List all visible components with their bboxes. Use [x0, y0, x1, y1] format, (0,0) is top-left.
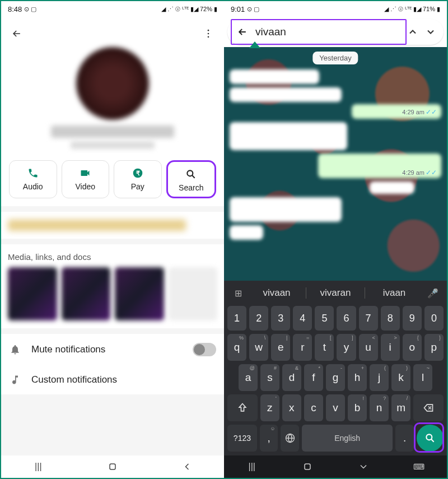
key-u[interactable]: u<: [359, 334, 378, 361]
search-label: Search: [179, 183, 203, 192]
media-title: Media, links, and docs: [8, 252, 217, 262]
mute-toggle[interactable]: [193, 343, 216, 356]
period-key[interactable]: .: [395, 425, 414, 452]
key-8[interactable]: 8: [381, 306, 400, 331]
key-2[interactable]: 2: [249, 306, 268, 331]
video-label: Video: [75, 182, 95, 191]
search-prev-button[interactable]: [404, 24, 421, 40]
home-button[interactable]: [96, 461, 129, 472]
recents-button[interactable]: |||: [21, 462, 55, 472]
mic-icon[interactable]: 🎤: [423, 288, 442, 299]
key-w[interactable]: w\: [249, 334, 268, 361]
key-h[interactable]: h+: [348, 364, 367, 391]
svg-rect-6: [110, 464, 115, 469]
home-button[interactable]: [291, 461, 324, 472]
spacebar[interactable]: English: [302, 425, 393, 452]
key-l[interactable]: l~: [413, 364, 432, 391]
key-i[interactable]: i>: [381, 334, 400, 361]
custom-notifications-row[interactable]: Custom notifications: [1, 365, 224, 394]
keyboard-switch-button[interactable]: ⌨: [402, 462, 436, 471]
key-4[interactable]: 4: [293, 306, 312, 331]
key-c[interactable]: c: [304, 394, 323, 421]
key-z[interactable]: z': [260, 394, 279, 421]
key-f[interactable]: f*: [304, 364, 323, 391]
incoming-message[interactable]: [230, 122, 347, 150]
key-d[interactable]: d&: [282, 364, 301, 391]
overflow-menu-button[interactable]: [198, 24, 218, 44]
key-e[interactable]: e|: [271, 334, 290, 361]
key-g[interactable]: g-: [326, 364, 345, 391]
key-b[interactable]: b!: [348, 394, 367, 421]
video-call-button[interactable]: Video: [62, 160, 110, 198]
key-s[interactable]: s#: [260, 364, 279, 391]
back-button[interactable]: [7, 24, 27, 44]
tutorial-arrow-icon: [249, 41, 260, 48]
pay-label: Pay: [131, 182, 144, 191]
status-notif-icons: ⊙ ▢: [24, 6, 36, 13]
key-n[interactable]: n?: [370, 394, 389, 421]
media-section[interactable]: Media, links, and docs: [1, 244, 224, 328]
search-enter-key[interactable]: [417, 425, 444, 452]
about-section[interactable]: [1, 212, 224, 239]
comma-key[interactable]: ,☺: [260, 425, 278, 452]
mute-notifications-row[interactable]: Mute notifications: [1, 334, 224, 365]
search-input[interactable]: [255, 26, 403, 38]
incoming-message[interactable]: [230, 225, 263, 240]
incoming-message[interactable]: [230, 87, 342, 102]
suggestion-word[interactable]: vivaran: [307, 287, 363, 299]
key-q[interactable]: q%: [227, 334, 246, 361]
key-5[interactable]: 5: [315, 306, 334, 331]
search-back-button[interactable]: [234, 24, 251, 40]
incoming-message[interactable]: [370, 182, 414, 194]
bell-icon: [9, 344, 21, 355]
incoming-message[interactable]: [230, 69, 319, 84]
key-x[interactable]: x: [282, 394, 301, 421]
right-screenshot: 9:01 ⊙ ▢ ◢ ⋰ ⦾ ᴸᵀᴱ ▮◢ 71% ▮ Yesterday: [224, 1, 447, 478]
media-thumb[interactable]: [169, 267, 218, 320]
media-thumb[interactable]: [115, 267, 164, 320]
key-a[interactable]: a@: [239, 364, 258, 391]
status-right-icons: ◢ ⋰ ⦾ ᴸᵀᴱ ▮◢: [161, 6, 198, 13]
suggestion-word[interactable]: ivaan: [366, 287, 422, 299]
key-6[interactable]: 6: [337, 306, 356, 331]
key-1[interactable]: 1: [227, 306, 246, 331]
key-k[interactable]: k): [391, 364, 410, 391]
key-9[interactable]: 9: [403, 306, 422, 331]
keyboard-hide-button[interactable]: [347, 461, 380, 472]
search-next-button[interactable]: [422, 24, 439, 40]
audio-call-button[interactable]: Audio: [9, 160, 57, 198]
status-bar: 9:01 ⊙ ▢ ◢ ⋰ ⦾ ᴸᵀᴱ ▮◢ 71% ▮: [224, 1, 447, 17]
key-j[interactable]: j(: [370, 364, 389, 391]
svg-point-1: [208, 33, 209, 35]
key-3[interactable]: 3: [271, 306, 290, 331]
key-o[interactable]: o{: [403, 334, 422, 361]
incoming-message[interactable]: [230, 197, 342, 222]
pay-button[interactable]: ₹ Pay: [114, 160, 162, 198]
read-ticks-icon: ✓✓: [426, 169, 437, 176]
suggestion-word[interactable]: vivaan: [249, 287, 305, 299]
shift-key[interactable]: [227, 394, 258, 421]
contact-avatar[interactable]: [76, 47, 149, 120]
media-thumb[interactable]: [8, 267, 57, 320]
key-y[interactable]: y]: [337, 334, 356, 361]
key-t[interactable]: t[: [315, 334, 334, 361]
chat-background[interactable]: Yesterday 4:29 am✓✓ 4:29 am✓✓: [224, 47, 447, 281]
search-button[interactable]: Search: [166, 160, 217, 198]
keyboard: ⊞ vivaan vivaran ivaan 🎤 1234567890 q%w\…: [224, 281, 447, 455]
key-0[interactable]: 0: [424, 306, 444, 331]
language-key[interactable]: [281, 425, 299, 452]
backspace-key[interactable]: [413, 394, 444, 421]
status-right-icons: ◢ ⋰ ⦾ ᴸᵀᴱ ▮◢: [384, 6, 421, 13]
key-v[interactable]: v: [326, 394, 345, 421]
media-thumb[interactable]: [62, 267, 111, 320]
grid-icon[interactable]: ⊞: [228, 288, 248, 299]
svg-point-0: [208, 30, 209, 31]
back-nav-button[interactable]: [170, 461, 204, 472]
key-r[interactable]: r=: [293, 334, 312, 361]
key-m[interactable]: m/: [391, 394, 410, 421]
key-7[interactable]: 7: [359, 306, 378, 331]
recents-button[interactable]: |||: [235, 462, 269, 472]
key-p[interactable]: p}: [424, 334, 444, 361]
symbols-key[interactable]: ?123: [227, 425, 257, 452]
status-bar: 8:48 ⊙ ▢ ◢ ⋰ ⦾ ᴸᵀᴱ ▮◢ 72% ▮: [1, 1, 224, 17]
